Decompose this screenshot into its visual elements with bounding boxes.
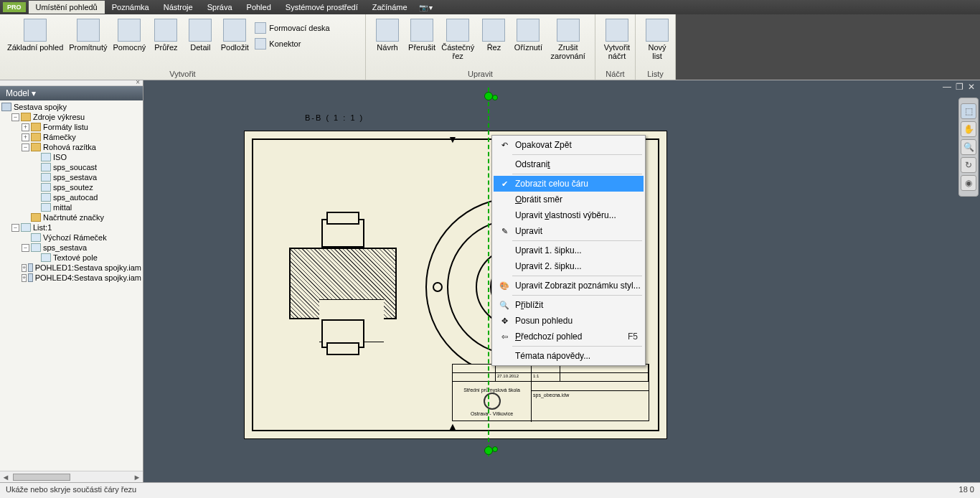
camera-icon[interactable]: 📷 ▾	[419, 4, 433, 11]
home-icon: ⬚	[965, 106, 973, 116]
ctx-edit-style[interactable]: 🎨Upravit Zobrazit poznámku styl...	[494, 278, 644, 293]
unalign-button[interactable]: Zrušit zarovnání	[545, 17, 590, 62]
tab-tools[interactable]: Nástroje	[156, 1, 200, 14]
tree-titleblocks[interactable]: −Rohová razítka	[1, 142, 141, 152]
crop-button[interactable]: Oříznutí	[511, 17, 545, 53]
connector-button[interactable]: Konektor	[252, 37, 332, 51]
hand-icon: ✋	[963, 124, 974, 134]
navigation-bar: ⬚ ✋ 🔍 ↻ ◉	[958, 98, 979, 197]
projected-button[interactable]: Promítnutý	[66, 17, 110, 53]
maximize-icon: ❐	[956, 82, 963, 92]
tree-sps-autocad[interactable]: sps_autocad	[1, 192, 141, 202]
tab-environment[interactable]: Systémové prostředí	[278, 1, 365, 14]
tree-view1[interactable]: +POHLED1:Sestava spojky.iam	[1, 263, 141, 273]
nav-lookat-button[interactable]: ◉	[961, 175, 976, 191]
nav-pan-button[interactable]: ✋	[961, 121, 976, 137]
section-arrow-bottom: ▲	[448, 421, 458, 432]
status-bar: Ukáže nebo skryje součásti čáry řezu 18 …	[0, 482, 980, 498]
tab-annotation[interactable]: Poznámka	[105, 1, 156, 14]
tree-sheet1[interactable]: −List:1	[1, 222, 141, 232]
school-city: Ostrava - Vítkovice	[471, 411, 513, 416]
tab-manage[interactable]: Správa	[200, 1, 240, 14]
tree-frames[interactable]: +Rámečky	[1, 132, 141, 142]
create-sketch-button[interactable]: Vytvořitnáčrt	[600, 17, 634, 62]
model-browser: Model ▾ Sestava spojky −Zdroje výkresu +…	[0, 80, 143, 482]
tree-sketched[interactable]: Načrtnuté značky	[1, 212, 141, 222]
detail-button[interactable]: Detail	[183, 17, 217, 53]
tree-formats[interactable]: +Formáty listu	[1, 122, 141, 132]
nav-orbit-button[interactable]: ↻	[961, 157, 976, 173]
zoom-icon: 🔍	[496, 301, 512, 310]
tree-sps-soucast[interactable]: sps_soucast	[1, 162, 141, 172]
tree-view4[interactable]: +POHLED4:Sestava spojky.iam	[1, 273, 141, 283]
section-view-label: B-B ( 1 : 1 )	[305, 113, 364, 122]
browser-tree[interactable]: Sestava spojky −Zdroje výkresu +Formáty …	[0, 100, 143, 471]
auxiliary-button[interactable]: Pomocný	[110, 17, 149, 53]
ctx-repeat[interactable]: ↶Opakovat Zpět	[494, 137, 644, 153]
tree-sps-sestava[interactable]: sps_sestava	[1, 172, 141, 182]
main-area: Model ▾ Sestava spojky −Zdroje výkresu +…	[0, 80, 980, 482]
ribbon-group-sheets-label: Listy	[636, 68, 675, 80]
ctx-reverse[interactable]: Obrátit směr	[494, 192, 644, 207]
section-line[interactable]	[488, 88, 489, 456]
tree-textfield[interactable]: Textové pole	[1, 253, 141, 263]
nav-zoom-button[interactable]: 🔍	[961, 139, 976, 155]
tree-mittal[interactable]: mittal	[1, 202, 141, 212]
tab-view[interactable]: Pohled	[240, 1, 278, 14]
base-view-button[interactable]: Základní pohled	[4, 17, 66, 53]
nav-home-button[interactable]: ⬚	[961, 103, 976, 119]
style-icon: 🎨	[496, 281, 512, 291]
ctx-arrow1[interactable]: Upravit 1. šipku...	[494, 243, 644, 258]
tree-iso[interactable]: ISO	[1, 152, 141, 162]
status-hint: Ukáže nebo skryje součásti čáry řezu	[6, 485, 136, 496]
app-badge: PRO	[3, 2, 26, 12]
school-logo-icon	[484, 393, 501, 410]
partial-button[interactable]: Částečný řez	[439, 17, 476, 62]
undo-icon: ↶	[496, 141, 512, 150]
minimize-icon: —	[943, 82, 951, 92]
section-button[interactable]: Průřez	[149, 17, 183, 53]
new-sheet-button[interactable]: Nový list	[640, 17, 674, 62]
ctx-delete[interactable]: Odstranit	[494, 156, 644, 172]
ribbon-group-create-label: Vytvořit	[0, 68, 365, 80]
ctx-arrow2[interactable]: Upravit 2. šipku...	[494, 258, 644, 274]
section-handle-bottom-2[interactable]	[492, 446, 498, 452]
menubar: PRO Umístění pohledů Poznámka Nástroje S…	[0, 0, 980, 14]
overlay-button[interactable]: Podložit	[217, 17, 252, 53]
ctx-edit[interactable]: ✎Upravit	[494, 223, 644, 239]
school-name: Střední průmyslová škola	[463, 387, 520, 393]
ctx-pan[interactable]: ✥Posun pohledu	[494, 313, 644, 329]
browser-hscroll[interactable]: ◄►	[0, 471, 143, 482]
formboard-button[interactable]: Formovací deska	[252, 21, 332, 35]
status-coords: 18 0	[959, 485, 974, 496]
tab-getstarted[interactable]: Začínáme	[365, 1, 415, 14]
draft-button[interactable]: Návrh	[370, 17, 405, 53]
window-controls[interactable]: —❐✕	[941, 82, 977, 92]
ctx-zoom[interactable]: 🔍Přiblížit	[494, 297, 644, 313]
browser-close-bar[interactable]	[0, 80, 143, 86]
drawing-filename: sps_obecna.idw	[532, 390, 649, 399]
orbit-icon: ↻	[965, 160, 972, 170]
slice-button[interactable]: Řez	[476, 17, 511, 53]
tree-sps-soutez[interactable]: sps_soutez	[1, 182, 141, 192]
tree-resources[interactable]: −Zdroje výkresu	[1, 112, 141, 122]
section-handle-top-2[interactable]	[492, 95, 498, 100]
title-block[interactable]: 27.10.20121:1 Střední průmyslová škola O…	[452, 364, 649, 421]
check-icon: ✔	[496, 179, 512, 189]
ctx-edit-selection[interactable]: Upravit vlastnosti výběru...	[494, 207, 644, 223]
tree-sps-sestava2[interactable]: −sps_sestava	[1, 243, 141, 253]
lookat-icon: ◉	[965, 178, 972, 188]
tree-root[interactable]: Sestava spojky	[1, 102, 141, 112]
browser-header[interactable]: Model ▾	[0, 86, 143, 100]
drawing-canvas[interactable]: —❐✕ B-B ( 1 : 1 ) 27.10.20121:1	[143, 80, 980, 482]
pan-icon: ✥	[496, 316, 512, 326]
tree-default-frame[interactable]: Výchozí Rámeček	[1, 232, 141, 243]
break-button[interactable]: Přerušit	[405, 17, 439, 53]
context-menu: ↶Opakovat Zpět Odstranit ✔Zobrazit celou…	[491, 135, 646, 366]
tab-placement[interactable]: Umístění pohledů	[29, 1, 105, 14]
ctx-show-line[interactable]: ✔Zobrazit celou čáru	[494, 176, 644, 192]
section-view-bb[interactable]	[282, 212, 404, 355]
ctx-prev-view[interactable]: ⇦Předchozí pohledF5	[494, 329, 644, 344]
ctx-help[interactable]: Témata nápovědy...	[494, 348, 644, 364]
magnify-icon: 🔍	[963, 142, 974, 152]
